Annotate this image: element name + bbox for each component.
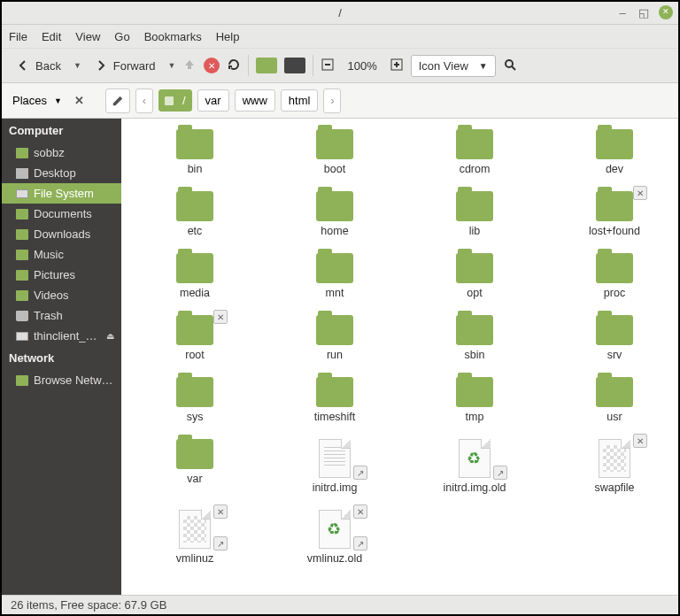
folder-icon: [596, 253, 633, 283]
folder-icon: [596, 191, 633, 221]
sidebar-item-sobbz[interactable]: sobbz: [2, 142, 121, 163]
menu-view[interactable]: View: [75, 30, 100, 43]
places-dropdown[interactable]: Places ▼: [9, 90, 66, 111]
forward-label: Forward: [113, 59, 156, 73]
sidebar-item-music[interactable]: Music: [2, 244, 121, 265]
file-item[interactable]: ✕lost+found: [548, 191, 678, 237]
file-label: vmlinuz: [176, 552, 213, 565]
computer-button[interactable]: [284, 58, 305, 73]
file-item[interactable]: ✕↗vmlinuz.old: [268, 510, 401, 565]
file-item[interactable]: usr: [548, 377, 678, 423]
folder-icon: [176, 377, 213, 407]
file-label: sbin: [465, 349, 485, 361]
menu-help[interactable]: Help: [216, 30, 240, 43]
file-item[interactable]: ✕swapfile: [548, 439, 678, 494]
back-button[interactable]: Back: [11, 55, 66, 76]
file-label: var: [187, 473, 202, 485]
forward-dropdown[interactable]: ▼: [168, 61, 176, 70]
path-next[interactable]: ›: [323, 89, 341, 113]
sidebar-item-label: Music: [34, 248, 64, 261]
sidebar-item-documents[interactable]: Documents: [2, 204, 121, 224]
file-item[interactable]: ↗initrd.img: [268, 439, 401, 494]
file-item[interactable]: run: [268, 315, 401, 361]
file-label: root: [185, 349, 205, 361]
folder-icon: [456, 315, 493, 345]
file-item[interactable]: boot: [268, 129, 401, 175]
reload-button[interactable]: [227, 58, 241, 74]
symlink-emblem-icon: ↗: [493, 466, 507, 480]
sidebar-header-computer: Computer: [2, 119, 121, 142]
file-item[interactable]: opt: [408, 253, 541, 299]
file-item[interactable]: lib: [408, 191, 541, 237]
folder-icon: [176, 315, 213, 345]
zoom-in-button[interactable]: [390, 58, 404, 74]
zoom-level: 100%: [342, 59, 382, 73]
sidebar-item-videos[interactable]: Videos: [2, 285, 121, 305]
menu-bookmarks[interactable]: Bookmarks: [144, 30, 202, 43]
zoom-out-button[interactable]: [321, 58, 335, 74]
sidebar-item-thinclient-d-[interactable]: thinclient_d…⏏: [2, 326, 121, 346]
back-dropdown[interactable]: ▼: [73, 61, 81, 70]
breadcrumb[interactable]: html: [281, 89, 319, 112]
file-label: etc: [188, 225, 203, 237]
places-close[interactable]: ✕: [71, 94, 88, 107]
file-item[interactable]: ↗initrd.img.old: [408, 439, 541, 494]
sidebar-item-downloads[interactable]: Downloads: [2, 224, 121, 244]
file-item[interactable]: ✕↗vmlinuz: [128, 510, 261, 565]
drive-icon: [16, 332, 28, 341]
symlink-emblem-icon: ↗: [213, 536, 228, 551]
file-item[interactable]: srv: [548, 315, 678, 361]
file-item[interactable]: tmp: [408, 377, 541, 423]
path-prev[interactable]: ‹: [135, 89, 153, 113]
sidebar-item-file-system[interactable]: File System: [2, 183, 121, 204]
file-item[interactable]: mnt: [268, 253, 401, 299]
file-view[interactable]: binbootcdromdevetchomelib✕lost+foundmedi…: [121, 119, 678, 595]
home-button[interactable]: [256, 58, 277, 73]
file-item[interactable]: dev: [548, 129, 678, 175]
file-item[interactable]: home: [268, 191, 401, 237]
file-item[interactable]: sys: [128, 377, 261, 423]
window-controls: – ◱: [616, 5, 673, 19]
sidebar-item-desktop[interactable]: Desktop: [2, 163, 121, 183]
file-item[interactable]: bin: [128, 129, 261, 175]
close-button[interactable]: [659, 5, 673, 19]
file-label: cdrom: [460, 163, 491, 175]
file-item[interactable]: var: [128, 439, 261, 494]
eject-icon[interactable]: ⏏: [106, 331, 114, 341]
file-item[interactable]: proc: [548, 253, 678, 299]
search-button[interactable]: [503, 58, 517, 74]
file-label: swapfile: [594, 481, 634, 494]
file-icon: [319, 439, 351, 478]
folder-icon: [16, 148, 28, 158]
folder-icon: [456, 129, 493, 159]
path-edit-button[interactable]: [105, 89, 130, 113]
file-label: home: [321, 225, 348, 237]
breadcrumb[interactable]: /: [158, 89, 192, 112]
file-item[interactable]: cdrom: [408, 129, 541, 175]
chevron-down-icon: ▼: [479, 61, 488, 71]
stop-button[interactable]: [204, 58, 220, 73]
statusbar: 26 items, Free space: 67.9 GB: [2, 595, 678, 614]
sidebar-item-pictures[interactable]: Pictures: [2, 265, 121, 285]
maximize-button[interactable]: ◱: [638, 6, 650, 19]
menu-file[interactable]: File: [9, 30, 27, 43]
folder-icon: [16, 229, 28, 240]
file-item[interactable]: media: [128, 253, 261, 299]
file-item[interactable]: timeshift: [268, 377, 401, 423]
sidebar-item-trash[interactable]: Trash: [2, 305, 121, 326]
file-item[interactable]: etc: [128, 191, 261, 237]
file-item[interactable]: sbin: [408, 315, 541, 361]
view-mode-select[interactable]: Icon View ▼: [411, 55, 496, 77]
file-label: tmp: [466, 411, 484, 423]
forward-button[interactable]: Forward: [89, 55, 161, 76]
menu-go[interactable]: Go: [114, 30, 129, 43]
breadcrumb[interactable]: www: [235, 89, 275, 112]
file-item[interactable]: ✕root: [128, 315, 261, 361]
up-button[interactable]: [182, 58, 197, 74]
noaccess-emblem-icon: ✕: [353, 504, 367, 519]
menu-edit[interactable]: Edit: [42, 30, 61, 43]
minimize-button[interactable]: –: [616, 6, 629, 19]
chevron-down-icon: ▼: [54, 96, 62, 105]
sidebar-item-browse-network[interactable]: Browse Network: [2, 370, 121, 390]
breadcrumb[interactable]: var: [197, 89, 229, 112]
